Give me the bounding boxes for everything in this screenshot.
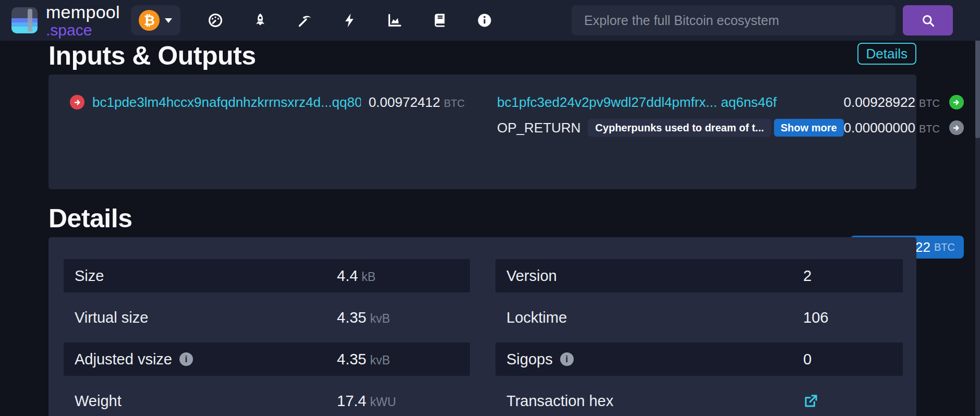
external-link-icon[interactable]: [803, 393, 819, 409]
table-row-size: Size 4.4kB: [64, 259, 470, 292]
info-tooltip-icon[interactable]: i: [179, 352, 193, 366]
op-return-data-preview: Cypherpunks used to dream of t...: [588, 119, 771, 137]
book-icon[interactable]: [432, 13, 447, 28]
caret-down-icon: [165, 18, 172, 23]
total-output-unit: BTC: [934, 241, 955, 253]
details-panel: Size 4.4kB Virtual size 4.35kvB Adjusted…: [49, 237, 916, 416]
show-more-button[interactable]: Show more: [774, 119, 844, 137]
output-amount: 0.00928922BTC: [844, 94, 940, 111]
gauge-icon[interactable]: [208, 13, 223, 28]
nav-icons: [208, 13, 492, 28]
details-section-title: Details: [49, 203, 132, 234]
mempool-logo-icon[interactable]: [11, 7, 38, 33]
row-value: 2: [803, 267, 812, 285]
table-row-adjusted-vsize: Adjusted vsize i 4.35kvB: [64, 342, 470, 376]
op-return-amount-unit: BTC: [919, 123, 940, 134]
io-section-title: Inputs & Outputs: [49, 41, 256, 71]
table-row-weight: Weight 17.4kWU: [64, 384, 470, 416]
row-label: Virtual size: [75, 309, 148, 326]
row-value: 4.35: [337, 309, 366, 326]
table-row-transaction-hex: Transaction hex: [495, 384, 903, 416]
output-row: bc1pfc3ed24v2pv9wdl27ddl4pmfrx... aq6ns4…: [497, 93, 964, 111]
row-label: Weight: [75, 393, 122, 410]
table-row-locktime: Locktime 106: [495, 301, 903, 334]
row-label: Version: [506, 267, 557, 285]
table-row-virtual-size: Virtual size 4.35kvB: [64, 301, 470, 334]
rocket-icon[interactable]: [252, 13, 268, 28]
output-arrow-icon[interactable]: [949, 95, 964, 109]
brand[interactable]: mempool .space: [46, 3, 120, 38]
brand-tld: .space: [46, 22, 120, 38]
row-label: Locktime: [506, 309, 567, 326]
pickaxe-icon[interactable]: [297, 13, 313, 28]
inputs-column: bc1pde3lm4hccx9nafqdnhzkrrnsxrz4d...qq80…: [49, 75, 480, 189]
logo-bar: [28, 9, 32, 32]
input-row: bc1pde3lm4hccx9nafqdnhzkrrnsxrz4d...qq80…: [70, 93, 465, 111]
output-amount-unit: BTC: [919, 97, 940, 109]
io-section-header: Inputs & Outputs Details: [49, 41, 916, 73]
table-row-version: Version 2: [495, 259, 903, 292]
row-label: Sigops: [506, 351, 553, 368]
search-icon: [921, 14, 935, 28]
row-label: Transaction hex: [506, 393, 613, 410]
op-return-label: OP_RETURN: [497, 120, 580, 136]
details-table-left: Size 4.4kB Virtual size 4.35kvB Adjusted…: [64, 259, 470, 416]
scrollbar-track: [975, 0, 980, 416]
row-unit: kWU: [370, 395, 396, 409]
outputs-column: bc1pfc3ed24v2pv9wdl27ddl4pmfrx... aq6ns4…: [497, 75, 980, 189]
row-unit: kvB: [370, 312, 390, 326]
input-arrow-icon[interactable]: [70, 95, 84, 109]
details-table-right: Version 2 Locktime 106 Sigops i 0 Transa…: [495, 259, 903, 416]
table-row-sigops: Sigops i 0: [495, 342, 903, 376]
search-button[interactable]: [903, 5, 953, 35]
op-return-row: OP_RETURN Cypherpunks used to dream of t…: [497, 119, 964, 137]
row-value: 17.4: [337, 393, 366, 410]
area-chart-icon[interactable]: [387, 13, 403, 28]
info-tooltip-icon[interactable]: i: [560, 352, 574, 366]
row-label: Size: [75, 267, 104, 285]
input-amount: 0.00972412BTC: [369, 94, 465, 111]
io-details-button[interactable]: Details: [857, 43, 916, 65]
search-input[interactable]: [572, 5, 896, 35]
row-value: 0: [803, 351, 812, 368]
row-unit: kvB: [370, 353, 390, 368]
network-selector-dropdown[interactable]: ₿: [131, 5, 180, 35]
op-return-arrow-icon[interactable]: [949, 120, 964, 135]
op-return-amount: 0.00000000BTC: [844, 120, 940, 136]
row-label: Adjusted vsize: [75, 351, 172, 368]
output-address-link[interactable]: bc1pfc3ed24v2pv9wdl27ddl4pmfrx... aq6ns4…: [497, 94, 836, 111]
navbar: mempool .space ₿: [0, 0, 980, 41]
search-box: [572, 5, 953, 35]
row-unit: kB: [361, 270, 376, 284]
row-value: 4.4: [337, 267, 358, 285]
bolt-icon[interactable]: [342, 13, 358, 28]
info-circle-icon[interactable]: [477, 13, 492, 28]
input-amount-unit: BTC: [444, 97, 465, 109]
bitcoin-icon: ₿: [139, 10, 160, 31]
io-box: bc1pde3lm4hccx9nafqdnhzkrrnsxrz4d...qq80…: [49, 75, 916, 189]
row-value: 4.35: [337, 351, 366, 368]
row-value: 106: [803, 309, 828, 326]
input-address-link[interactable]: bc1pde3lm4hccx9nafqdnhzkrrnsxrz4d...qq80…: [92, 94, 361, 111]
brand-name: mempool: [46, 3, 120, 21]
